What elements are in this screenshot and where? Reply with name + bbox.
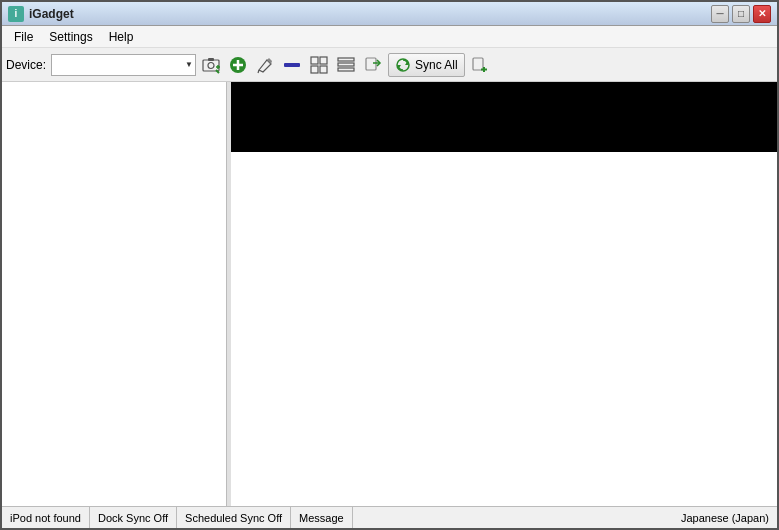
dock-sync-status: Dock Sync Off — [90, 507, 177, 528]
sync-icon — [395, 57, 411, 73]
menu-settings[interactable]: Settings — [41, 28, 100, 46]
svg-point-1 — [208, 62, 214, 68]
svg-rect-12 — [320, 57, 327, 64]
detail-area — [231, 152, 777, 506]
app-icon: i — [8, 6, 24, 22]
title-bar-controls: ─ □ ✕ — [711, 5, 771, 23]
import-button[interactable] — [361, 53, 385, 77]
svg-rect-11 — [311, 57, 318, 64]
export-button[interactable] — [468, 53, 492, 77]
toolbar: Device: ▼ — [2, 48, 777, 82]
menu-help[interactable]: Help — [101, 28, 142, 46]
maximize-button[interactable]: □ — [732, 5, 750, 23]
svg-rect-21 — [473, 58, 483, 70]
edit-icon — [256, 56, 274, 74]
edit-button[interactable] — [253, 53, 277, 77]
svg-rect-0 — [203, 60, 219, 71]
svg-rect-17 — [338, 68, 354, 71]
device-label: Device: — [6, 58, 46, 72]
locale-status: Japanese (Japan) — [673, 507, 777, 528]
scheduled-sync-status: Scheduled Sync Off — [177, 507, 291, 528]
right-panel — [231, 82, 777, 506]
ipod-status: iPod not found — [2, 507, 90, 528]
svg-rect-13 — [311, 66, 318, 73]
status-bar: iPod not found Dock Sync Off Scheduled S… — [2, 506, 777, 528]
close-button[interactable]: ✕ — [753, 5, 771, 23]
view2-button[interactable] — [334, 53, 358, 77]
add-photo-icon — [202, 56, 220, 74]
svg-rect-10 — [284, 63, 300, 67]
title-bar-left: i iGadget — [8, 6, 74, 22]
device-dropdown[interactable]: ▼ — [51, 54, 196, 76]
content-area — [2, 82, 777, 506]
minimize-button[interactable]: ─ — [711, 5, 729, 23]
dropdown-arrow-icon: ▼ — [185, 60, 193, 69]
svg-rect-18 — [366, 58, 376, 70]
menu-file[interactable]: File — [6, 28, 41, 46]
export-icon — [471, 56, 489, 74]
window-title: iGadget — [29, 7, 74, 21]
add-icon — [229, 56, 247, 74]
left-panel — [2, 82, 227, 506]
sync-all-button[interactable]: Sync All — [388, 53, 465, 77]
view1-icon — [310, 56, 328, 74]
title-bar: i iGadget ─ □ ✕ — [2, 2, 777, 26]
import-icon — [364, 56, 382, 74]
sync-all-label: Sync All — [415, 58, 458, 72]
svg-rect-14 — [320, 66, 327, 73]
svg-rect-2 — [208, 58, 214, 61]
message-status: Message — [291, 507, 353, 528]
preview-area — [231, 82, 777, 152]
add-photo-button[interactable] — [199, 53, 223, 77]
svg-rect-15 — [338, 58, 354, 61]
svg-line-9 — [258, 70, 259, 73]
view1-button[interactable] — [307, 53, 331, 77]
main-window: i iGadget ─ □ ✕ File Settings Help Devic… — [0, 0, 779, 530]
add-button[interactable] — [226, 53, 250, 77]
svg-rect-16 — [338, 63, 354, 66]
remove-button[interactable] — [280, 53, 304, 77]
remove-icon — [283, 56, 301, 74]
menu-bar: File Settings Help — [2, 26, 777, 48]
view2-icon — [337, 56, 355, 74]
